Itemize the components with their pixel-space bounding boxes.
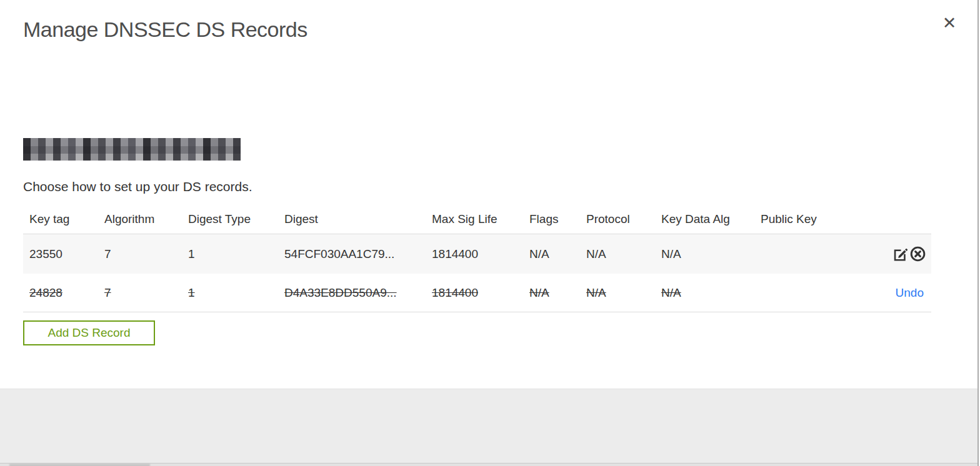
cell-max-sig-life: 1814400: [432, 286, 529, 300]
column-header-digest: Digest: [284, 212, 432, 226]
modal-footer: Save Cancel: [0, 389, 978, 463]
cell-digest: 54FCF030AA1C79...: [284, 247, 432, 261]
row-actions: [877, 245, 931, 262]
cell-flags: N/A: [529, 286, 586, 300]
redacted-domain-name: [23, 138, 241, 161]
column-header-flags: Flags: [529, 212, 586, 226]
cell-key-tag: 23550: [29, 247, 104, 261]
ds-records-table: Key tag Algorithm Digest Type Digest Max…: [23, 205, 931, 312]
cell-digest-type: 1: [188, 247, 284, 261]
undo-link[interactable]: Undo: [896, 286, 924, 299]
subtitle: Choose how to set up your DS records.: [23, 179, 252, 194]
page-title: Manage DNSSEC DS Records: [23, 17, 308, 42]
column-header-key-data-alg: Key Data Alg: [661, 212, 761, 226]
cell-protocol: N/A: [586, 247, 661, 261]
cell-max-sig-life: 1814400: [432, 247, 529, 261]
table-row: 23550 7 1 54FCF030AA1C79... 1814400 N/A …: [23, 234, 931, 274]
column-header-algorithm: Algorithm: [104, 212, 188, 226]
column-header-public-key: Public Key: [761, 212, 877, 226]
row-actions: Undo: [877, 286, 931, 300]
add-ds-record-button[interactable]: Add DS Record: [23, 320, 155, 345]
column-header-key-tag: Key tag: [29, 212, 104, 226]
cell-digest-type: 1: [188, 286, 284, 300]
cell-flags: N/A: [529, 247, 586, 261]
column-header-max-sig-life: Max Sig Life: [432, 212, 529, 226]
close-icon[interactable]: ✕: [939, 12, 960, 34]
column-header-protocol: Protocol: [586, 212, 661, 226]
cell-key-data-alg: N/A: [661, 247, 761, 261]
cell-key-tag: 24828: [29, 286, 104, 300]
cell-algorithm: 7: [104, 286, 188, 300]
table-header-row: Key tag Algorithm Digest Type Digest Max…: [23, 205, 931, 234]
cell-key-data-alg: N/A: [661, 286, 761, 300]
cell-digest: D4A33E8DD550A9...: [284, 286, 432, 300]
edit-icon[interactable]: [891, 245, 908, 262]
column-header-digest-type: Digest Type: [188, 212, 284, 226]
table-row-deleted: 24828 7 1 D4A33E8DD550A9... 1814400 N/A …: [23, 274, 931, 312]
cell-algorithm: 7: [104, 247, 188, 261]
dnssec-modal: Manage DNSSEC DS Records ✕ Choose how to…: [0, 0, 979, 466]
cell-protocol: N/A: [586, 286, 661, 300]
delete-icon[interactable]: [909, 245, 926, 262]
